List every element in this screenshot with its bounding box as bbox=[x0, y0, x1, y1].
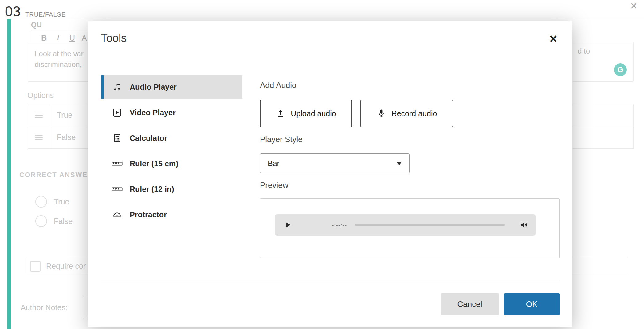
music-note-icon bbox=[111, 83, 123, 91]
tool-item-video-player[interactable]: Video Player bbox=[101, 101, 242, 124]
preview-heading: Preview bbox=[260, 180, 288, 190]
drag-handle-icon[interactable] bbox=[28, 126, 49, 148]
correct-answer-heading: CORRECT ANSWER bbox=[19, 171, 93, 179]
grammarly-icon[interactable]: G bbox=[614, 63, 627, 76]
radio-false-label: False bbox=[54, 217, 73, 226]
audio-time: -:--:-- bbox=[332, 222, 347, 229]
audio-player-preview: -:--:-- bbox=[275, 214, 536, 236]
radio-true-label: True bbox=[54, 197, 69, 206]
tool-item-label: Ruler (15 cm) bbox=[130, 159, 178, 168]
player-style-value: Bar bbox=[268, 159, 280, 168]
tool-list: Audio Player Video Player Calculator Rul… bbox=[101, 75, 242, 228]
footer-divider bbox=[101, 281, 560, 281]
record-audio-button[interactable]: Record audio bbox=[360, 100, 453, 127]
upload-audio-button[interactable]: Upload audio bbox=[260, 100, 352, 127]
play-icon[interactable] bbox=[285, 222, 291, 229]
radio-true[interactable] bbox=[35, 196, 47, 208]
option-label[interactable]: True bbox=[57, 111, 72, 120]
player-style-heading: Player Style bbox=[260, 135, 303, 144]
tool-item-calculator[interactable]: Calculator bbox=[101, 126, 242, 150]
upload-icon bbox=[276, 109, 285, 118]
cancel-button[interactable]: Cancel bbox=[441, 293, 499, 315]
question-section-label: QU bbox=[31, 21, 42, 29]
add-audio-heading: Add Audio bbox=[260, 81, 296, 90]
option-label[interactable]: False bbox=[57, 133, 76, 142]
bold-button[interactable]: B bbox=[37, 34, 51, 42]
question-accent-bar bbox=[7, 19, 11, 329]
require-correct-label: Require cor bbox=[46, 262, 86, 271]
upload-audio-label: Upload audio bbox=[291, 109, 336, 118]
tool-item-protractor[interactable]: Protractor bbox=[101, 203, 242, 226]
tool-item-label: Protractor bbox=[130, 210, 167, 219]
modal-close-icon[interactable]: × bbox=[549, 32, 557, 45]
screen: 03 TRUE/FALSE × QU B I U A Look at the v… bbox=[0, 0, 644, 329]
ruler-icon bbox=[111, 185, 123, 193]
tool-item-audio-player[interactable]: Audio Player bbox=[101, 75, 242, 99]
record-audio-label: Record audio bbox=[391, 109, 437, 118]
tools-modal: Tools × Audio Player Video Player Calcul… bbox=[88, 21, 572, 327]
audio-source-buttons: Upload audio Record audio bbox=[260, 100, 453, 127]
calculator-icon bbox=[111, 134, 123, 142]
question-number: 03 bbox=[5, 3, 21, 20]
tool-item-label: Calculator bbox=[130, 134, 167, 143]
drag-handle-icon[interactable] bbox=[28, 104, 49, 126]
player-style-select[interactable]: Bar bbox=[260, 153, 410, 173]
require-correct-checkbox[interactable] bbox=[30, 261, 41, 272]
tool-item-label: Audio Player bbox=[130, 83, 177, 92]
volume-icon[interactable] bbox=[520, 220, 529, 230]
underline-button[interactable]: U bbox=[65, 34, 79, 42]
radio-false[interactable] bbox=[35, 215, 47, 227]
ruler-icon bbox=[111, 159, 123, 168]
modal-title: Tools bbox=[101, 32, 127, 45]
options-label: Options bbox=[27, 91, 54, 100]
chevron-down-icon bbox=[396, 162, 402, 165]
tool-item-label: Ruler (12 in) bbox=[130, 185, 174, 194]
italic-button[interactable]: I bbox=[51, 34, 65, 42]
tool-item-ruler-12in[interactable]: Ruler (12 in) bbox=[101, 177, 242, 201]
audio-preview-box: -:--:-- bbox=[260, 198, 560, 258]
author-notes-label: Author Notes: bbox=[21, 303, 68, 312]
audio-progress-bar[interactable] bbox=[355, 224, 505, 226]
panel-top-border bbox=[11, 19, 644, 19]
question-type-label: TRUE/FALSE bbox=[25, 11, 66, 18]
page-close-icon[interactable]: × bbox=[630, 0, 637, 12]
protractor-icon bbox=[111, 210, 123, 219]
video-player-icon bbox=[111, 108, 123, 117]
tool-item-ruler-15cm[interactable]: Ruler (15 cm) bbox=[101, 152, 242, 175]
ok-button[interactable]: OK bbox=[504, 293, 560, 315]
microphone-icon bbox=[377, 109, 386, 118]
tool-item-label: Video Player bbox=[130, 108, 176, 117]
question-text-fragment: d to bbox=[578, 47, 590, 55]
